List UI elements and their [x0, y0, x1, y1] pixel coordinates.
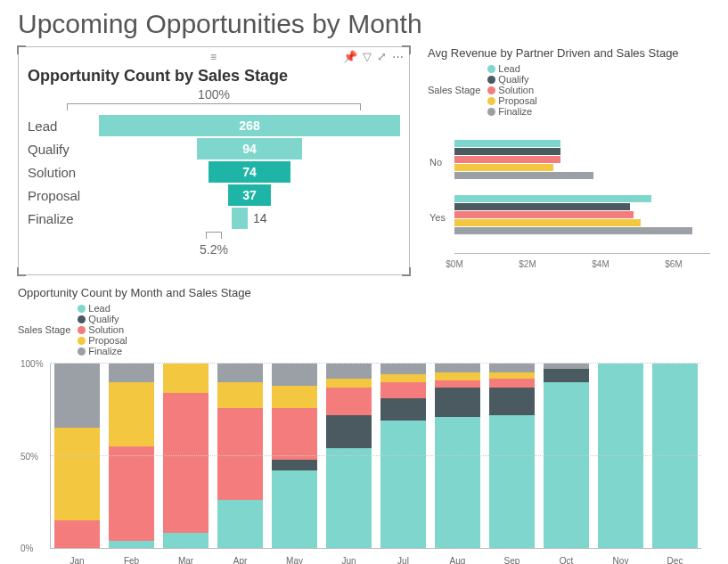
stacked-segment[interactable]	[54, 520, 100, 548]
stacked-column[interactable]: Jun	[326, 364, 372, 548]
focus-mode-icon[interactable]: ⤢	[377, 51, 387, 62]
funnel-bar[interactable]: 37	[228, 184, 270, 206]
funnel-row[interactable]: Proposal37	[28, 184, 400, 207]
stacked-column[interactable]: Feb	[109, 364, 154, 548]
stacked-segment[interactable]	[326, 448, 372, 548]
filter-icon[interactable]: ▽	[363, 51, 372, 62]
revenue-bar[interactable]	[454, 195, 651, 202]
stacked-segment[interactable]	[272, 386, 317, 408]
funnel-bar[interactable]	[232, 208, 248, 229]
stacked-column[interactable]: Sep	[489, 364, 535, 548]
stacked-segment[interactable]	[652, 364, 698, 548]
stacked-segment[interactable]	[326, 364, 372, 379]
stacked-segment[interactable]	[217, 364, 263, 382]
stacked-segment[interactable]	[272, 460, 317, 470]
stacked-segment[interactable]	[380, 421, 426, 548]
stacked-segment[interactable]	[435, 372, 480, 380]
stacked-segment[interactable]	[109, 382, 154, 446]
stacked-segment[interactable]	[489, 364, 535, 372]
stacked-segment[interactable]	[217, 382, 263, 408]
legend-item[interactable]: Lead	[487, 63, 536, 74]
stacked-column[interactable]: Jul	[380, 364, 426, 548]
stacked-segment[interactable]	[435, 380, 480, 388]
stacked-legend: Sales Stage LeadQualifySolutionProposalF…	[18, 303, 710, 356]
revenue-bar[interactable]	[454, 148, 560, 155]
stacked-segment[interactable]	[163, 393, 209, 533]
stacked-column[interactable]: Apr	[217, 364, 263, 548]
funnel-chart-panel[interactable]: ≡ 📌 ▽ ⤢ ⋯ Opportunity Count by Sales Sta…	[18, 46, 410, 275]
revenue-bar[interactable]	[454, 211, 634, 218]
stacked-segment[interactable]	[163, 533, 209, 548]
stacked-segment[interactable]	[489, 379, 535, 388]
revenue-bar[interactable]	[454, 219, 641, 226]
stacked-segment[interactable]	[489, 415, 535, 548]
funnel-bottom-bracket	[206, 232, 222, 239]
legend-item[interactable]: Lead	[78, 303, 127, 314]
axis-tick: Aug	[435, 556, 480, 564]
legend-item[interactable]: Qualify	[78, 314, 127, 324]
revenue-bar[interactable]	[454, 164, 553, 171]
legend-item[interactable]: Solution	[487, 85, 536, 95]
revenue-bar[interactable]	[454, 140, 560, 147]
more-options-icon[interactable]: ⋯	[392, 51, 404, 62]
legend-item[interactable]: Finalize	[78, 346, 127, 356]
funnel-bar[interactable]: 74	[209, 161, 290, 183]
page-title: Upcoming Opportunities by Month	[18, 9, 710, 39]
funnel-bar[interactable]: 94	[197, 138, 302, 159]
stacked-segment[interactable]	[380, 398, 426, 421]
stacked-column[interactable]: Aug	[435, 364, 480, 548]
stacked-segment[interactable]	[109, 541, 154, 548]
revenue-bar[interactable]	[454, 227, 692, 234]
stacked-segment[interactable]	[544, 369, 589, 381]
revenue-bar[interactable]	[454, 172, 593, 179]
stacked-segment[interactable]	[435, 417, 480, 548]
axis-tick: $2M	[519, 259, 536, 269]
stacked-segment[interactable]	[272, 408, 317, 460]
legend-item[interactable]: Proposal	[78, 335, 127, 346]
funnel-row[interactable]: Finalize14	[28, 207, 400, 230]
stacked-segment[interactable]	[326, 388, 372, 415]
legend-item[interactable]: Qualify	[487, 74, 536, 85]
stacked-segment[interactable]	[54, 428, 100, 520]
pin-icon[interactable]: 📌	[343, 51, 357, 62]
funnel-row[interactable]: Lead268	[28, 114, 400, 137]
stacked-column[interactable]: Dec	[652, 364, 698, 548]
axis-tick: Apr	[217, 556, 263, 564]
stacked-segment[interactable]	[544, 382, 589, 548]
stacked-segment[interactable]	[272, 364, 317, 386]
stacked-column[interactable]: Nov	[598, 364, 643, 548]
stacked-segment[interactable]	[435, 388, 480, 417]
stacked-segment[interactable]	[435, 364, 480, 372]
legend-item[interactable]: Finalize	[487, 106, 536, 117]
stacked-column[interactable]: Mar	[163, 364, 209, 548]
stacked-segment[interactable]	[326, 415, 372, 448]
legend-item[interactable]: Proposal	[487, 95, 536, 106]
stacked-segment[interactable]	[380, 374, 426, 381]
stacked-column[interactable]: Jan	[54, 364, 100, 548]
stacked-chart-panel[interactable]: Opportunity Count by Month and Sales Sta…	[18, 286, 710, 564]
stacked-column[interactable]: May	[272, 364, 317, 548]
stacked-column[interactable]: Oct	[544, 364, 589, 548]
stacked-segment[interactable]	[109, 364, 154, 382]
stacked-segment[interactable]	[326, 379, 372, 388]
revenue-bar[interactable]	[454, 156, 560, 163]
stacked-segment[interactable]	[272, 470, 317, 548]
stacked-segment[interactable]	[489, 388, 535, 415]
legend-item[interactable]: Solution	[78, 324, 127, 335]
axis-tick: May	[272, 556, 317, 564]
stacked-segment[interactable]	[380, 382, 426, 399]
revenue-bar[interactable]	[454, 203, 630, 210]
stacked-segment[interactable]	[598, 364, 643, 548]
funnel-bar[interactable]: 268	[99, 115, 400, 136]
revenue-chart-panel[interactable]: Avg Revenue by Partner Driven and Sales …	[428, 46, 710, 275]
stacked-segment[interactable]	[380, 364, 426, 374]
stacked-segment[interactable]	[217, 500, 263, 548]
revenue-group: Yes	[454, 195, 710, 240]
stacked-segment[interactable]	[163, 364, 209, 393]
stacked-segment[interactable]	[109, 446, 154, 541]
stacked-segment[interactable]	[54, 364, 100, 428]
funnel-row[interactable]: Solution74	[28, 160, 400, 184]
funnel-row[interactable]: Qualify94	[28, 137, 400, 160]
stacked-segment[interactable]	[217, 408, 263, 501]
drag-handle-icon[interactable]: ≡	[210, 51, 217, 63]
